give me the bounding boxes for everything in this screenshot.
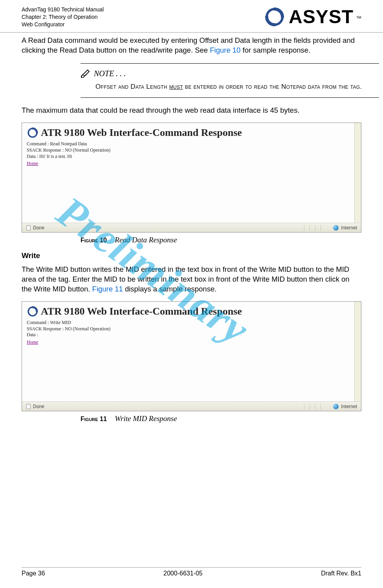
scrollbar[interactable] bbox=[354, 302, 361, 401]
scrollbar[interactable] bbox=[354, 123, 361, 223]
note-must: must bbox=[169, 83, 183, 90]
ss2-status-zone: Internet bbox=[341, 404, 357, 409]
figure-11-text: Write MID Response bbox=[115, 414, 177, 423]
ss1-status-done: Done bbox=[33, 225, 44, 231]
screenshot1-ssack-row: SSACK Response : NO (Normal Operation) bbox=[27, 147, 356, 154]
note-title: NOTE . . . bbox=[94, 69, 126, 78]
figure-10-label: Figure 10 bbox=[81, 237, 107, 244]
footer-page-number: Page 36 bbox=[22, 570, 45, 577]
write-heading: Write bbox=[22, 251, 361, 260]
screenshot1-data-row: Data : Hi! It is a test. Hi bbox=[27, 154, 356, 160]
write-after-link: displays a sample response. bbox=[123, 285, 217, 293]
header-line-3: Web Configurator bbox=[22, 21, 104, 28]
screenshot2-home-link[interactable]: Home bbox=[27, 339, 38, 345]
footer-revision: Draft Rev. Bx1 bbox=[321, 570, 361, 577]
statusbar-cells bbox=[304, 403, 326, 410]
note-block: NOTE . . . Offset and Data Length must b… bbox=[81, 63, 379, 98]
ss1-status-zone: Internet bbox=[341, 225, 357, 231]
internet-zone-icon bbox=[333, 404, 339, 409]
screenshot2-statusbar: Done Internet bbox=[22, 401, 361, 411]
ss1-cmd-val: Read Notepad Data bbox=[50, 141, 87, 147]
figure-11-link[interactable]: Figure 11 bbox=[92, 285, 123, 293]
page-done-icon bbox=[26, 225, 31, 231]
screenshot1-title: ATR 9180 Web Interface-Command Response bbox=[41, 127, 242, 139]
page-header: AdvanTag 9180 Technical Manual Chapter 2… bbox=[0, 0, 383, 33]
screenshot2-command-row: Command : Write MID bbox=[27, 320, 356, 326]
ss2-ssack-val: NO (Normal Operation) bbox=[65, 326, 110, 332]
figure-11-label: Figure 11 bbox=[81, 416, 107, 422]
statusbar-cells bbox=[304, 225, 326, 231]
ss2-cmd-label: Command : bbox=[27, 320, 49, 325]
intro-paragraph: A Read Data command would be executed by… bbox=[22, 36, 361, 55]
note-text-before: Offset and Data Length bbox=[95, 83, 169, 90]
ss1-ssack-label: SSACK Response : bbox=[27, 147, 64, 153]
asyst-swirl-icon bbox=[263, 7, 286, 26]
internet-zone-icon bbox=[333, 225, 339, 231]
screenshot-write-mid: ATR 9180 Web Interface-Command Response … bbox=[22, 301, 361, 411]
screenshot1-command-row: Command : Read Notepad Data bbox=[27, 141, 356, 147]
ss1-ssack-val: NO (Normal Operation) bbox=[65, 147, 110, 153]
screenshot2-title: ATR 9180 Web Interface-Command Response bbox=[41, 306, 242, 317]
pencil-note-icon bbox=[81, 69, 92, 78]
trademark-icon: ™ bbox=[356, 15, 361, 21]
asyst-logo-text: ASYST bbox=[289, 6, 354, 27]
footer-doc-number: 2000-6631-05 bbox=[163, 570, 203, 577]
figure-10-caption: Figure 10 Read Data Response bbox=[81, 236, 361, 244]
atr-swirl-icon bbox=[27, 306, 38, 317]
screenshot2-ssack-row: SSACK Response : NO (Normal Operation) bbox=[27, 326, 356, 332]
write-paragraph: The Write MID button writes the MID ente… bbox=[22, 265, 361, 294]
header-line-1: AdvanTag 9180 Technical Manual bbox=[22, 6, 104, 13]
note-text-after: be entered in order to read the Notepad … bbox=[183, 83, 362, 90]
ss2-data-label: Data : bbox=[27, 332, 38, 337]
figure-10-text: Read Data Response bbox=[115, 236, 177, 244]
screenshot1-statusbar: Done Internet bbox=[22, 223, 361, 232]
header-left-block: AdvanTag 9180 Technical Manual Chapter 2… bbox=[22, 6, 104, 28]
note-body: Offset and Data Length must be entered i… bbox=[81, 82, 379, 92]
figure-10-link[interactable]: Figure 10 bbox=[210, 46, 240, 54]
max-data-text: The maximum data that could be read thro… bbox=[22, 106, 361, 115]
ss1-data-val: Hi! It is a test. Hi bbox=[39, 154, 72, 159]
screenshot1-home-link[interactable]: Home bbox=[27, 161, 38, 166]
ss2-status-done: Done bbox=[33, 404, 44, 409]
asyst-logo: ASYST ™ bbox=[263, 6, 361, 27]
screenshot-read-data: ATR 9180 Web Interface-Command Response … bbox=[22, 123, 361, 233]
header-line-2: Chapter 2: Theory of Operation bbox=[22, 13, 104, 21]
ss1-data-label: Data : bbox=[27, 154, 38, 159]
page-footer: Page 36 2000-6631-05 Draft Rev. Bx1 bbox=[22, 567, 361, 577]
page-done-icon bbox=[26, 404, 31, 409]
screenshot2-data-row: Data : bbox=[27, 332, 356, 338]
figure-11-caption: Figure 11 Write MID Response bbox=[81, 414, 361, 423]
ss2-cmd-val: Write MID bbox=[50, 320, 71, 325]
intro-text-after: for sample response. bbox=[240, 46, 310, 54]
ss2-ssack-label: SSACK Response : bbox=[27, 326, 64, 332]
atr-swirl-icon bbox=[27, 127, 38, 139]
ss1-cmd-label: Command : bbox=[27, 141, 49, 147]
